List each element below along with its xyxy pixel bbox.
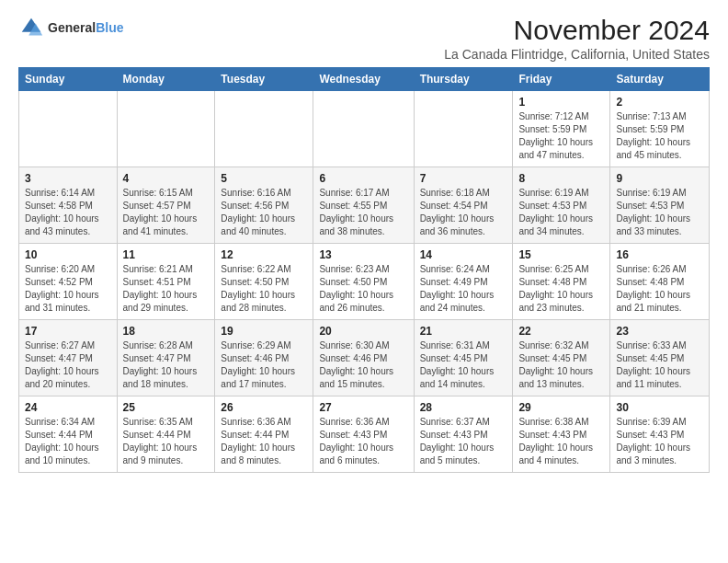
day-info: Sunrise: 6:38 AM Sunset: 4:43 PM Dayligh… xyxy=(518,416,604,467)
calendar-day-cell: 7Sunrise: 6:18 AM Sunset: 4:54 PM Daylig… xyxy=(414,167,513,244)
calendar-day-cell: 27Sunrise: 6:36 AM Sunset: 4:43 PM Dayli… xyxy=(313,396,414,473)
day-info: Sunrise: 6:27 AM Sunset: 4:47 PM Dayligh… xyxy=(25,339,111,391)
day-number: 11 xyxy=(123,248,210,261)
calendar-day-cell: 25Sunrise: 6:35 AM Sunset: 4:44 PM Dayli… xyxy=(117,396,215,473)
day-info: Sunrise: 6:21 AM Sunset: 4:51 PM Dayligh… xyxy=(123,263,210,315)
weekday-header-row: SundayMondayTuesdayWednesdayThursdayFrid… xyxy=(19,68,710,91)
title-area: November 2024 La Canada Flintridge, Cali… xyxy=(444,15,710,62)
calendar-week-row: 17Sunrise: 6:27 AM Sunset: 4:47 PM Dayli… xyxy=(19,320,710,396)
day-number: 21 xyxy=(420,325,507,338)
calendar-day-cell: 24Sunrise: 6:34 AM Sunset: 4:44 PM Dayli… xyxy=(19,396,118,473)
day-info: Sunrise: 6:23 AM Sunset: 4:50 PM Dayligh… xyxy=(319,263,407,315)
day-info: Sunrise: 7:12 AM Sunset: 5:59 PM Dayligh… xyxy=(518,110,604,162)
calendar-day-cell: 22Sunrise: 6:32 AM Sunset: 4:45 PM Dayli… xyxy=(513,320,610,396)
day-number: 28 xyxy=(420,401,507,414)
calendar-day-cell: 18Sunrise: 6:28 AM Sunset: 4:47 PM Dayli… xyxy=(117,320,215,396)
calendar-day-cell: 17Sunrise: 6:27 AM Sunset: 4:47 PM Dayli… xyxy=(19,320,118,396)
calendar-day-cell: 12Sunrise: 6:22 AM Sunset: 4:50 PM Dayli… xyxy=(215,244,313,320)
calendar-day-cell: 20Sunrise: 6:30 AM Sunset: 4:46 PM Dayli… xyxy=(313,320,414,396)
day-info: Sunrise: 6:18 AM Sunset: 4:54 PM Dayligh… xyxy=(420,187,507,238)
calendar-day-cell: 26Sunrise: 6:36 AM Sunset: 4:44 PM Dayli… xyxy=(215,396,313,473)
calendar-day-cell: 5Sunrise: 6:16 AM Sunset: 4:56 PM Daylig… xyxy=(215,167,313,244)
day-number: 9 xyxy=(616,172,703,185)
calendar-day-cell: 14Sunrise: 6:24 AM Sunset: 4:49 PM Dayli… xyxy=(414,244,513,320)
calendar-body: 1Sunrise: 7:12 AM Sunset: 5:59 PM Daylig… xyxy=(19,91,710,473)
day-info: Sunrise: 6:19 AM Sunset: 4:53 PM Dayligh… xyxy=(616,187,703,238)
day-info: Sunrise: 6:26 AM Sunset: 4:48 PM Dayligh… xyxy=(616,263,703,315)
day-info: Sunrise: 6:14 AM Sunset: 4:58 PM Dayligh… xyxy=(25,187,111,238)
day-number: 10 xyxy=(25,248,111,261)
day-info: Sunrise: 6:36 AM Sunset: 4:44 PM Dayligh… xyxy=(221,416,307,467)
day-number: 15 xyxy=(518,248,604,261)
day-info: Sunrise: 6:15 AM Sunset: 4:57 PM Dayligh… xyxy=(123,187,210,238)
day-info: Sunrise: 6:32 AM Sunset: 4:45 PM Dayligh… xyxy=(518,339,604,391)
weekday-header-cell: Friday xyxy=(513,68,610,91)
day-number: 12 xyxy=(221,248,307,261)
calendar-day-cell: 21Sunrise: 6:31 AM Sunset: 4:45 PM Dayli… xyxy=(414,320,513,396)
day-number: 19 xyxy=(221,325,307,338)
day-number: 25 xyxy=(123,401,210,414)
day-info: Sunrise: 7:13 AM Sunset: 5:59 PM Dayligh… xyxy=(616,110,703,162)
location-title: La Canada Flintridge, California, United… xyxy=(444,47,710,62)
day-info: Sunrise: 6:36 AM Sunset: 4:43 PM Dayligh… xyxy=(319,416,407,467)
day-number: 30 xyxy=(616,401,703,414)
day-number: 1 xyxy=(518,96,604,109)
calendar-day-cell: 4Sunrise: 6:15 AM Sunset: 4:57 PM Daylig… xyxy=(117,167,215,244)
logo: GeneralBlue xyxy=(18,15,123,40)
calendar-day-cell xyxy=(117,91,215,167)
day-info: Sunrise: 6:20 AM Sunset: 4:52 PM Dayligh… xyxy=(25,263,111,315)
calendar-day-cell: 1Sunrise: 7:12 AM Sunset: 5:59 PM Daylig… xyxy=(513,91,610,167)
logo-text-general: GeneralBlue xyxy=(48,19,123,36)
day-number: 16 xyxy=(616,248,703,261)
calendar-week-row: 3Sunrise: 6:14 AM Sunset: 4:58 PM Daylig… xyxy=(19,167,710,244)
logo-icon xyxy=(18,15,44,40)
day-info: Sunrise: 6:28 AM Sunset: 4:47 PM Dayligh… xyxy=(123,339,210,391)
day-number: 23 xyxy=(616,325,703,338)
calendar-day-cell xyxy=(414,91,513,167)
calendar-day-cell xyxy=(215,91,313,167)
day-info: Sunrise: 6:37 AM Sunset: 4:43 PM Dayligh… xyxy=(420,416,507,467)
calendar-day-cell: 9Sunrise: 6:19 AM Sunset: 4:53 PM Daylig… xyxy=(610,167,710,244)
calendar-day-cell: 28Sunrise: 6:37 AM Sunset: 4:43 PM Dayli… xyxy=(414,396,513,473)
calendar-day-cell: 23Sunrise: 6:33 AM Sunset: 4:45 PM Dayli… xyxy=(610,320,710,396)
calendar-day-cell xyxy=(313,91,414,167)
day-info: Sunrise: 6:35 AM Sunset: 4:44 PM Dayligh… xyxy=(123,416,210,467)
day-number: 8 xyxy=(518,172,604,185)
weekday-header-cell: Tuesday xyxy=(215,68,313,91)
calendar-day-cell: 6Sunrise: 6:17 AM Sunset: 4:55 PM Daylig… xyxy=(313,167,414,244)
weekday-header-cell: Saturday xyxy=(610,68,710,91)
day-info: Sunrise: 6:34 AM Sunset: 4:44 PM Dayligh… xyxy=(25,416,111,467)
day-info: Sunrise: 6:19 AM Sunset: 4:53 PM Dayligh… xyxy=(518,187,604,238)
calendar-day-cell: 11Sunrise: 6:21 AM Sunset: 4:51 PM Dayli… xyxy=(117,244,215,320)
weekday-header-cell: Sunday xyxy=(19,68,118,91)
calendar-day-cell: 30Sunrise: 6:39 AM Sunset: 4:43 PM Dayli… xyxy=(610,396,710,473)
calendar-day-cell: 19Sunrise: 6:29 AM Sunset: 4:46 PM Dayli… xyxy=(215,320,313,396)
day-number: 17 xyxy=(25,325,111,338)
weekday-header-cell: Thursday xyxy=(414,68,513,91)
day-number: 24 xyxy=(25,401,111,414)
page-header: GeneralBlue November 2024 La Canada Flin… xyxy=(18,15,710,62)
calendar-day-cell xyxy=(19,91,118,167)
day-number: 22 xyxy=(518,325,604,338)
calendar-day-cell: 16Sunrise: 6:26 AM Sunset: 4:48 PM Dayli… xyxy=(610,244,710,320)
calendar-day-cell: 3Sunrise: 6:14 AM Sunset: 4:58 PM Daylig… xyxy=(19,167,118,244)
day-number: 7 xyxy=(420,172,507,185)
calendar-day-cell: 10Sunrise: 6:20 AM Sunset: 4:52 PM Dayli… xyxy=(19,244,118,320)
day-number: 6 xyxy=(319,172,407,185)
day-number: 4 xyxy=(123,172,210,185)
calendar-day-cell: 15Sunrise: 6:25 AM Sunset: 4:48 PM Dayli… xyxy=(513,244,610,320)
day-number: 29 xyxy=(518,401,604,414)
weekday-header-cell: Wednesday xyxy=(313,68,414,91)
day-info: Sunrise: 6:29 AM Sunset: 4:46 PM Dayligh… xyxy=(221,339,307,391)
calendar-day-cell: 8Sunrise: 6:19 AM Sunset: 4:53 PM Daylig… xyxy=(513,167,610,244)
day-info: Sunrise: 6:30 AM Sunset: 4:46 PM Dayligh… xyxy=(319,339,407,391)
calendar-week-row: 10Sunrise: 6:20 AM Sunset: 4:52 PM Dayli… xyxy=(19,244,710,320)
day-number: 18 xyxy=(123,325,210,338)
calendar-day-cell: 2Sunrise: 7:13 AM Sunset: 5:59 PM Daylig… xyxy=(610,91,710,167)
day-info: Sunrise: 6:16 AM Sunset: 4:56 PM Dayligh… xyxy=(221,187,307,238)
day-info: Sunrise: 6:22 AM Sunset: 4:50 PM Dayligh… xyxy=(221,263,307,315)
calendar-week-row: 1Sunrise: 7:12 AM Sunset: 5:59 PM Daylig… xyxy=(19,91,710,167)
day-number: 5 xyxy=(221,172,307,185)
day-info: Sunrise: 6:31 AM Sunset: 4:45 PM Dayligh… xyxy=(420,339,507,391)
day-number: 3 xyxy=(25,172,111,185)
